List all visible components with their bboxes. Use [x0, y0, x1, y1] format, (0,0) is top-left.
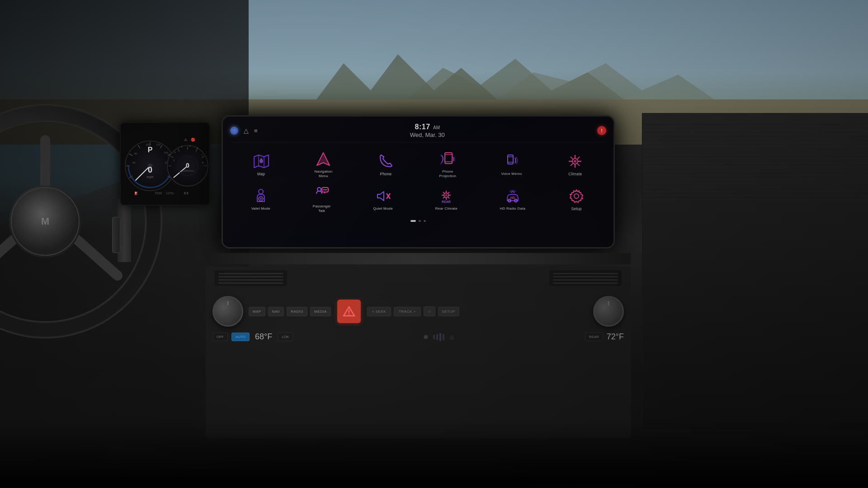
fan-hi-icon: ♨ [449, 333, 455, 341]
svg-marker-94 [377, 192, 384, 201]
screen-lower-bezel [206, 253, 631, 264]
menu-item-quiet-mode[interactable]: Quiet Mode [372, 185, 395, 214]
home-icon[interactable]: △ [244, 127, 249, 134]
quiet-mode-icon-wrap [374, 188, 392, 205]
voice-memo-label: Voice Memo [501, 172, 522, 176]
rear-climate-label: Rear Climate [435, 206, 458, 211]
menu-row-1: Map Navigation Menu [230, 148, 606, 181]
navigation-label: Navigation Menu [315, 169, 333, 178]
menu-item-rear-climate[interactable]: REAR Rear Climate [434, 185, 459, 214]
svg-line-11 [77, 239, 118, 276]
date-display: Wed, Mar. 30 [410, 131, 445, 138]
svg-line-10 [0, 239, 14, 276]
status-indicator [230, 127, 238, 135]
svg-point-111 [574, 194, 579, 198]
climate-icon-wrap [566, 153, 584, 170]
menu-item-phone-projection[interactable]: Phone Projection [437, 148, 458, 181]
left-control-knob[interactable] [212, 296, 243, 327]
hvac-right-controls: REAR 72°F [585, 332, 624, 342]
svg-text:8.5: 8.5 [184, 192, 189, 195]
hd-radio-label: HD Radio Data [500, 206, 525, 211]
off-button[interactable]: OFF [212, 333, 228, 341]
right-control-knob[interactable] [593, 296, 624, 327]
navigation-icon [315, 151, 331, 167]
svg-marker-90 [324, 192, 326, 194]
track-button[interactable]: TRACK > [394, 307, 421, 316]
right-dashboard-panel [642, 113, 868, 429]
svg-line-80 [577, 163, 580, 166]
menu-icon[interactable]: ≡ [254, 127, 258, 134]
alert-indicator[interactable]: ! [597, 126, 606, 135]
map-button[interactable]: MAP [249, 307, 265, 316]
menu-item-navigation[interactable]: Navigation Menu [313, 148, 335, 181]
valet-label: Valet Mode [251, 206, 270, 211]
menu-item-phone[interactable]: Phone [375, 150, 396, 179]
passenger-talk-icon-wrap [313, 185, 330, 202]
car-interior: M [0, 0, 868, 488]
instrument-cluster: 0 mph P 60 80 100 120 140 160 [120, 122, 210, 206]
fan-lo-icon: ❄ [423, 333, 429, 341]
svg-line-104 [448, 192, 450, 194]
map-label: Map [257, 172, 265, 176]
rear-button[interactable]: REAR [585, 333, 603, 341]
media-button[interactable]: MEDIA [310, 307, 331, 316]
svg-text:0: 0 [186, 162, 189, 169]
svg-text:mph: mph [146, 175, 154, 179]
menu-item-passenger-talk[interactable]: Passenger Talk [311, 183, 333, 216]
svg-text:TDW: TDW [155, 192, 162, 195]
star-button[interactable]: ☆ [424, 306, 435, 316]
phone-projection-icon [439, 151, 456, 167]
page-indicators [230, 217, 606, 222]
svg-line-79 [571, 157, 573, 160]
top-bar-left: △ ≡ [230, 127, 258, 135]
menu-item-map[interactable]: Map [251, 150, 272, 179]
seek-left-button[interactable]: < SEEK [367, 307, 391, 316]
svg-text:140: 140 [164, 151, 169, 154]
hazard-button[interactable] [337, 300, 361, 323]
navigation-icon-wrap [315, 150, 332, 168]
svg-point-83 [574, 160, 576, 163]
menu-item-valet[interactable]: Valet Mode [250, 185, 272, 214]
passenger-talk-label: Passenger Talk [313, 204, 331, 213]
floor-shadow [0, 420, 868, 488]
passenger-talk-icon [314, 186, 330, 202]
svg-text:80: 80 [134, 152, 137, 155]
function-buttons: MAP NAV RADIO MEDIA < SEEK TRACK > ☆ SET… [249, 300, 588, 323]
temp-left-display: 68°F [255, 332, 272, 342]
screen-content: △ ≡ 8:17 AM Wed, Mar. 30 ! [223, 117, 613, 247]
menu-row-2: Valet Mode [230, 183, 606, 216]
menu-item-setup[interactable]: Setup [566, 185, 587, 214]
time-date-display: 8:17 AM Wed, Mar. 30 [410, 123, 445, 138]
time-suffix: AM [433, 125, 440, 130]
fan-speed-indicators [433, 333, 444, 341]
texture-overlay [642, 113, 868, 203]
map-icon [253, 153, 269, 169]
lock-button[interactable]: LOK [278, 333, 293, 341]
phone-projection-label: Phone Projection [439, 169, 457, 178]
svg-point-114 [348, 314, 349, 315]
svg-text:127m: 127m [166, 192, 174, 195]
hvac-bottom-row: OFF AUTO 68°F LOK ❄ ♨ REAR [206, 332, 631, 342]
top-bar: △ ≡ 8:17 AM Wed, Mar. 30 ! [230, 121, 606, 142]
phone-label: Phone [380, 172, 392, 176]
svg-text:60: 60 [132, 161, 136, 164]
svg-line-103 [448, 197, 450, 198]
quiet-mode-label: Quiet Mode [373, 206, 393, 211]
auto-button[interactable]: AUTO [231, 333, 250, 341]
time-display: 8:17 [415, 123, 430, 131]
quiet-mode-icon [375, 188, 391, 204]
menu-item-voice-memo[interactable]: Voice Memo [499, 150, 524, 179]
setup-button[interactable]: SETUP [438, 307, 459, 316]
setup-label: Setup [571, 206, 581, 211]
nav-button[interactable]: NAV [268, 307, 284, 316]
svg-point-92 [324, 189, 326, 191]
menu-item-climate[interactable]: Climate [565, 150, 585, 179]
voice-memo-icon-wrap [503, 153, 520, 170]
radio-button[interactable]: RADIO [287, 307, 307, 316]
voice-memo-icon [503, 153, 519, 169]
menu-item-hd-radio[interactable]: HD HD Radio Data [498, 185, 527, 214]
svg-text:120: 120 [156, 143, 161, 146]
svg-point-88 [317, 188, 321, 191]
svg-rect-71 [508, 155, 513, 164]
rear-climate-icon: REAR [438, 188, 454, 204]
